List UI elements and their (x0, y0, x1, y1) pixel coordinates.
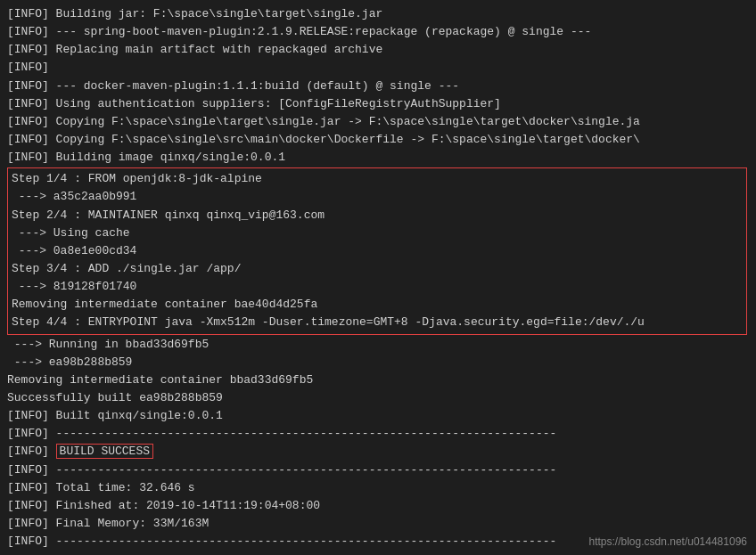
build-success-line: [INFO] BUILD SUCCESS (7, 443, 749, 461)
log-line: Removing intermediate container bbad33d6… (7, 371, 749, 389)
log-line: [INFO] Copying F:\space\single\src\main\… (7, 131, 749, 149)
log-line: [INFO] Copying F:\space\single\target\si… (7, 113, 749, 131)
log-line: Removing intermediate container bae40d4d… (12, 296, 743, 314)
log-line: ---> Running in bbad33d69fb5 (7, 336, 749, 354)
log-line: [INFO] Building image qinxq/single:0.0.1 (7, 149, 749, 167)
log-line: [INFO] Using authentication suppliers: [… (7, 95, 749, 113)
log-line: Step 1/4 : FROM openjdk:8-jdk-alpine (12, 170, 743, 188)
log-line: Step 3/4 : ADD ./single.jar /app/ (12, 260, 743, 278)
log-line: ---> 0a8e1e00cd34 (12, 242, 743, 260)
log-line: ---> a35c2aa0b991 (12, 188, 743, 206)
log-line: [INFO] --- spring-boot-maven-plugin:2.1.… (7, 23, 749, 41)
log-line: [INFO] Finished at: 2019-10-14T11:19:04+… (7, 497, 749, 515)
log-line: [INFO] --- docker-maven-plugin:1.1.1:bui… (7, 78, 749, 95)
log-line: [INFO] (7, 59, 749, 77)
log-line (7, 551, 749, 555)
log-line: ---> ea98b288b859 (7, 354, 749, 371)
terminal-window: [INFO] Building jar: F:\space\single\tar… (0, 0, 756, 555)
log-line: [INFO] Total time: 32.646 s (7, 479, 749, 497)
log-line: ---> Using cache (12, 224, 743, 242)
log-line: [INFO] Building jar: F:\space\single\tar… (7, 5, 749, 23)
watermark: https://blog.csdn.net/u014481096 (589, 535, 747, 548)
log-line: [INFO] ---------------------------------… (7, 461, 749, 479)
log-line: [INFO] Built qinxq/single:0.0.1 (7, 407, 749, 425)
log-line: Step 4/4 : ENTRYPOINT java -Xmx512m -Dus… (12, 314, 743, 331)
log-line: [INFO] Final Memory: 33M/163M (7, 515, 749, 533)
step-block: Step 1/4 : FROM openjdk:8-jdk-alpine ---… (7, 167, 747, 334)
log-line: Step 2/4 : MAINTAINER qinxq qinxq_vip@16… (12, 207, 743, 224)
log-line: Successfully built ea98b288b859 (7, 389, 749, 407)
build-success-badge: BUILD SUCCESS (56, 444, 153, 459)
log-line: [INFO] Replacing main artifact with repa… (7, 41, 749, 59)
log-line: ---> 819128f01740 (12, 278, 743, 296)
log-line: [INFO] ---------------------------------… (7, 425, 749, 443)
